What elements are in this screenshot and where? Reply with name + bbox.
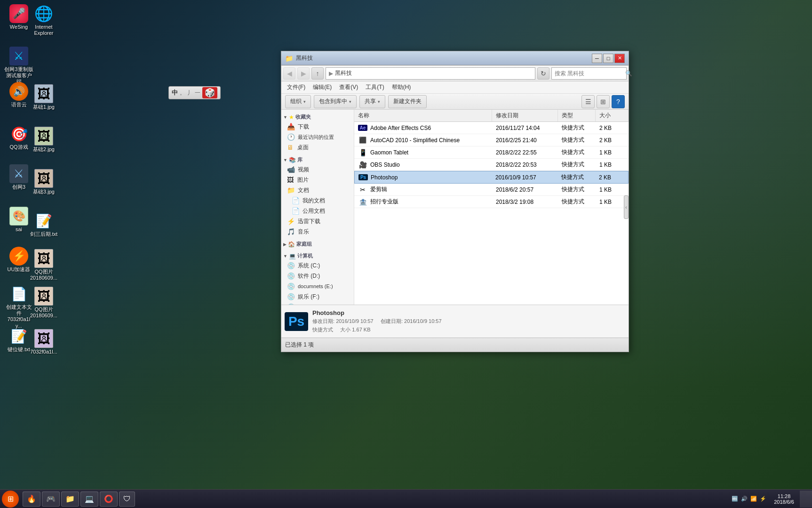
qqimg1-icon: 🖼	[34, 249, 53, 268]
taskbar-item-2[interactable]: 🎮	[42, 492, 60, 507]
ae-type: 快捷方式	[558, 122, 596, 134]
help-button[interactable]: ?	[612, 95, 625, 108]
taskbar-item-1[interactable]: 🔥	[23, 492, 40, 507]
taskbar-item-5[interactable]: ⭕	[100, 492, 118, 507]
sidebar-item-pubdoc[interactable]: 📄 公用文档	[281, 206, 354, 216]
pubdoc-icon: 📄	[292, 207, 300, 215]
explorer-window-icon: 📁	[285, 55, 293, 62]
sidebar-item-recent[interactable]: 🕐 最近访问的位置	[281, 132, 354, 142]
ie-icon: 🌐	[34, 4, 53, 23]
sidebar-homegroup-header[interactable]: ▶ 🏠 家庭组	[281, 239, 354, 249]
obs-date: 2018/2/22 20:53	[492, 160, 558, 170]
file-row-obs[interactable]: 🎥 OBS Studio 2018/2/22 20:53 快捷方式 1 KB	[354, 159, 629, 171]
ae-date: 2016/11/27 14:04	[492, 123, 558, 133]
search-bar[interactable]: 🔍	[551, 67, 627, 80]
file-row-zhaohang[interactable]: 🏦 招行专业版 2018/3/2 19:08 快捷方式 1 KB	[354, 196, 629, 208]
recent-icon: 🕐	[287, 133, 295, 141]
col-header-size[interactable]: 大小	[596, 110, 629, 121]
sidebar-library-section: ▼ 📚 库 📹 视频 🖼 图片 📁 文档	[281, 154, 354, 237]
desktop-icon-newtxt[interactable]: 📄 创建文本文件7032f0a1ly...	[2, 282, 35, 331]
file-row-aijianji[interactable]: ✂ 爱剪辑 2018/6/2 20:57 快捷方式 1 KB	[354, 184, 629, 196]
col-header-type[interactable]: 类型	[558, 110, 596, 121]
sidebar-library-header[interactable]: ▼ 📚 库	[281, 154, 354, 164]
explorer-window: 📁 黑科技 ─ □ ✕ ◀ ▶ ↑ ▶ 黑科技 ↻ 🔍 文件(	[281, 51, 629, 352]
ps-file-icon: Ps	[358, 174, 368, 180]
sidebar-item-xunlei[interactable]: ⚡ 迅雷下载	[281, 216, 354, 226]
menu-file[interactable]: 文件(F)	[283, 82, 309, 92]
taskbar-icon-5: ⭕	[104, 494, 113, 503]
desktop-label-sidebar: 桌面	[297, 144, 309, 152]
menu-help[interactable]: 帮助(H)	[388, 82, 415, 92]
preview-info: Photoshop 修改日期: 2016/10/9 10:57 创建日期: 20…	[312, 309, 442, 333]
desktop-icon-img3[interactable]: 🖼 基础3.jpg	[27, 167, 60, 197]
aijianji-type: 快捷方式	[558, 184, 596, 195]
sidebar-item-mydoc[interactable]: 📄 我的文档	[281, 195, 354, 206]
sidebar-item-e[interactable]: 💿 documnets (E:)	[281, 281, 354, 291]
cad-type: 快捷方式	[558, 134, 596, 146]
desktop-icon-ie[interactable]: 🌐 InternetExplorer	[27, 2, 60, 38]
side-panel-collapse[interactable]: ‹	[624, 195, 629, 219]
computer-icon: 💻	[289, 253, 296, 259]
view-icon-button[interactable]: ⊞	[597, 95, 610, 108]
aijianji-file-name: 爱剪辑	[370, 185, 387, 194]
address-bar[interactable]: ▶ 黑科技	[326, 67, 535, 80]
sidebar-item-video[interactable]: 📹 视频	[281, 164, 354, 175]
desktop-icon-img4[interactable]: 🖼 7032f0a1l...	[27, 327, 60, 357]
sidebar-favorites-header[interactable]: ▼ ★ 收藏夹	[281, 112, 354, 121]
close-button[interactable]: ✕	[614, 54, 625, 63]
refresh-button[interactable]: ↻	[537, 67, 549, 80]
share-button[interactable]: 共享 ▾	[359, 95, 385, 108]
menu-view[interactable]: 查看(V)	[335, 82, 362, 92]
taskbar-clock[interactable]: 11:28 2018/6/6	[770, 493, 798, 505]
back-button[interactable]: ◀	[283, 67, 295, 80]
organize-button[interactable]: 组织 ▾	[285, 95, 311, 108]
sidebar-item-music[interactable]: 🎵 音乐	[281, 226, 354, 237]
taskbar-tray: 🔤 🔊 📶 ⚡	[728, 496, 770, 502]
desktop-icon-txt1[interactable]: 📝 剑三后期.txt	[27, 210, 60, 239]
desktop-icon-voice[interactable]: 🔊 语音云	[2, 80, 35, 110]
ime-mark2: 一	[195, 89, 200, 97]
sidebar-item-desktop[interactable]: 🖥 桌面	[281, 142, 354, 153]
include-library-button[interactable]: 包含到库中 ▾	[314, 95, 357, 108]
sidebar-item-document[interactable]: 📁 文档	[281, 185, 354, 195]
obs-file-name: OBS Studio	[370, 161, 400, 168]
show-desktop-button[interactable]	[800, 491, 812, 508]
sidebar-computer-header[interactable]: ▼ 💻 计算机	[281, 250, 354, 260]
view-details-button[interactable]: ☰	[581, 95, 595, 108]
favorites-arrow: ▼	[283, 115, 287, 120]
forward-button[interactable]: ▶	[297, 67, 310, 80]
maximize-button[interactable]: □	[603, 54, 613, 63]
new-folder-button[interactable]: 新建文件夹	[388, 95, 427, 108]
sidebar-item-d[interactable]: 💿 软件 (D:)	[281, 271, 354, 281]
search-input[interactable]	[555, 70, 625, 77]
taskbar-item-3[interactable]: 📁	[61, 492, 79, 507]
sidebar-item-picture[interactable]: 🖼 图片	[281, 175, 354, 185]
sidebar-item-download[interactable]: 📥 下载	[281, 121, 354, 132]
ime-dice[interactable]: 🎲	[202, 87, 217, 98]
file-row-cad[interactable]: ⬛ AutoCAD 2010 - Simplified Chinese 2016…	[354, 134, 629, 146]
file-row-ps[interactable]: Ps Photoshop 2016/10/9 10:57 快捷方式 2 KB	[354, 171, 629, 184]
menu-edit[interactable]: 编辑(E)	[309, 82, 335, 92]
minimize-button[interactable]: ─	[592, 54, 602, 63]
file-row-ae[interactable]: Ae Adobe After Effects CS6 2016/11/27 14…	[354, 122, 629, 134]
drive-d-label: 软件 (D:)	[298, 272, 320, 280]
up-button[interactable]: ↑	[311, 67, 324, 80]
file-row-gaomon[interactable]: 📱 Gaomon Tablet 2018/2/22 22:55 快捷方式 1 K…	[354, 146, 629, 159]
col-header-modified[interactable]: 修改日期	[492, 110, 558, 121]
sidebar-item-f[interactable]: 💿 娱乐 (F:)	[281, 291, 354, 302]
taskbar-item-6[interactable]: 🛡	[119, 492, 135, 507]
desktop-icon-img2[interactable]: 🖼 基础2.jpg	[27, 125, 60, 154]
menu-tools[interactable]: 工具(T)	[362, 82, 388, 92]
search-icon[interactable]: 🔍	[625, 70, 632, 77]
favorites-label: 收藏夹	[295, 113, 311, 121]
sai-icon: 🎨	[9, 207, 28, 226]
library-icon: 📚	[289, 157, 296, 163]
taskbar-item-4[interactable]: 💻	[80, 492, 98, 507]
desktop-icon-qqimg1[interactable]: 🖼 QQ图片20180609...	[27, 247, 60, 283]
col-header-name[interactable]: 名称	[354, 110, 492, 121]
drive-f-label: 娱乐 (F:)	[298, 293, 319, 301]
include-library-label: 包含到库中	[319, 97, 347, 105]
start-button[interactable]: ⊞	[2, 491, 19, 508]
ime-period: 。	[180, 89, 185, 97]
sidebar-item-c[interactable]: 💿 系统 (C:)	[281, 260, 354, 271]
